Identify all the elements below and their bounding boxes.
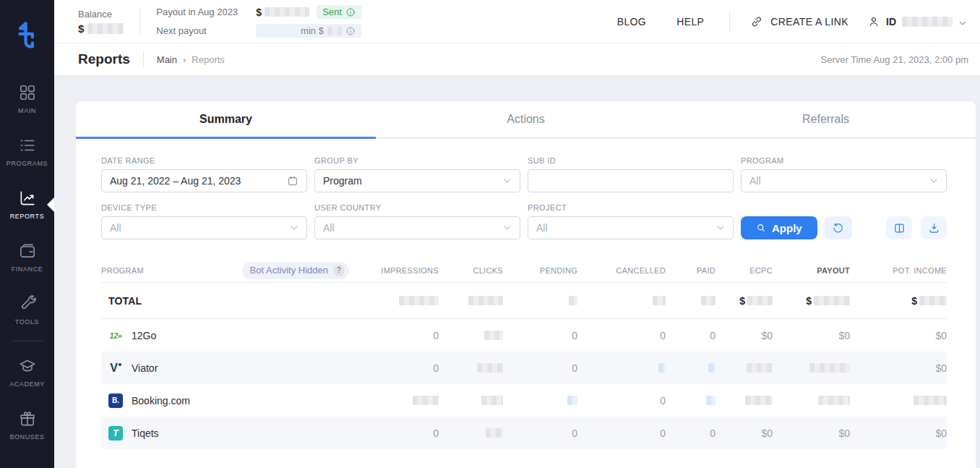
- link-icon: [750, 15, 763, 28]
- sent-info-icon[interactable]: [345, 7, 356, 17]
- cell-pot-income: $0: [850, 330, 947, 341]
- redacted-value: [747, 296, 773, 305]
- group-by-value: Program: [323, 175, 362, 187]
- create-a-link-label: CREATE A LINK: [770, 16, 848, 27]
- program-name: 12Go: [132, 330, 156, 341]
- filters: DATE RANGE Aug 21, 2022 – Aug 21, 2023 G…: [76, 139, 976, 239]
- finance-wallet-icon: [18, 242, 37, 260]
- program-name: Tiqets: [132, 427, 159, 439]
- next-payout-info-icon[interactable]: [345, 26, 356, 36]
- project-select[interactable]: All: [528, 216, 734, 239]
- download-report-button[interactable]: [921, 216, 947, 239]
- download-icon: [928, 222, 940, 234]
- user-country-select[interactable]: All: [314, 216, 520, 239]
- cell-pending: 0: [503, 427, 577, 439]
- sidebar-item-label: REPORTS: [10, 213, 45, 220]
- cell-impressions: 0: [359, 330, 439, 341]
- date-range-input[interactable]: Aug 21, 2022 – Aug 21, 2023: [101, 169, 307, 192]
- cell-pending: [503, 396, 577, 405]
- reset-filters-button[interactable]: [825, 216, 852, 239]
- cell-pot-income: $: [850, 295, 947, 307]
- cell-impressions: 0: [359, 362, 439, 374]
- column-header-label: IMPRESSIONS: [381, 266, 439, 275]
- column-header-label: POT. INCOME: [893, 266, 947, 275]
- sidebar-item-reports[interactable]: REPORTS: [0, 178, 54, 231]
- currency-prefix: $: [739, 295, 745, 307]
- cell-cancelled: [577, 296, 666, 305]
- user-country-label: USER COUNTRY: [314, 203, 520, 212]
- sidebar-item-bonuses[interactable]: BONUSES: [0, 399, 54, 451]
- topbar: Balance $ Payout in Aug 2023 $ Sent: [54, 0, 980, 43]
- page-title: Reports: [78, 51, 130, 67]
- redacted-value: [484, 331, 503, 340]
- filter-sub-id: SUB ID: [528, 156, 734, 192]
- project-value: All: [536, 222, 548, 234]
- program-label: PROGRAM: [741, 156, 947, 165]
- sidebar-item-finance[interactable]: FINANCE: [0, 231, 54, 284]
- sidebar-item-academy[interactable]: ACADEMY: [0, 346, 54, 399]
- column-header-label: PAYOUT: [817, 266, 850, 275]
- redacted-value: [569, 296, 577, 305]
- program-name: Viator: [132, 362, 158, 374]
- filter-actions: Apply: [741, 216, 947, 239]
- group-by-select[interactable]: Program: [314, 169, 520, 192]
- payout-label: Payout in Aug 2023: [156, 7, 256, 17]
- redacted-value: [914, 396, 947, 405]
- account-menu[interactable]: ID: [867, 15, 967, 28]
- payout-block: Payout in Aug 2023 $ Sent Next payout: [156, 5, 361, 38]
- sidebar-item-main[interactable]: MAIN: [0, 72, 54, 125]
- cell-value: 0: [433, 427, 439, 439]
- bot-activity-hidden-pill[interactable]: Bot Activity Hidden?: [242, 262, 349, 279]
- cell-value: 0: [433, 362, 439, 374]
- person-icon: [867, 15, 880, 28]
- device-type-label: DEVICE TYPE: [101, 203, 307, 212]
- cell-ecpc: $0: [715, 330, 773, 341]
- program-value: All: [749, 175, 761, 187]
- sidebar-item-programs[interactable]: PROGRAMS: [0, 125, 54, 178]
- account-id-redacted: [902, 17, 953, 27]
- sidebar-item-tools[interactable]: TOOLS: [0, 284, 54, 336]
- help-icon[interactable]: ?: [333, 265, 345, 276]
- columns-icon: [893, 222, 906, 234]
- column-header-ecpc: ECPC: [715, 266, 773, 275]
- column-header-payout: PAYOUT: [773, 266, 850, 275]
- active-item-indicator: [47, 197, 54, 212]
- cell-impressions: 0: [359, 427, 439, 439]
- user-country-value: All: [323, 222, 335, 234]
- column-header-clicks: CLICKS: [439, 266, 503, 275]
- column-header-label: PENDING: [540, 266, 577, 275]
- column-header-label: ECPC: [749, 266, 773, 275]
- min-redacted-value: [327, 27, 342, 35]
- redacted-value: [814, 296, 850, 305]
- travelpayouts-logo[interactable]: [0, 0, 54, 72]
- table-row-12go: 12»12Go0000$0$0$0: [101, 319, 947, 352]
- reports-page: MAINPROGRAMSREPORTSFINANCETOOLSACADEMYBO…: [0, 0, 980, 468]
- sidebar-item-label: ACADEMY: [9, 380, 45, 388]
- apply-button[interactable]: Apply: [741, 216, 817, 239]
- device-type-select[interactable]: All: [101, 216, 307, 239]
- breadcrumb-main[interactable]: Main: [157, 54, 177, 65]
- blog-link[interactable]: BLOG: [617, 16, 647, 27]
- help-link[interactable]: HELP: [676, 16, 704, 27]
- columns-settings-button[interactable]: [886, 216, 912, 239]
- cell-program: TTiqets: [101, 426, 359, 441]
- cell-impressions: [359, 396, 439, 405]
- min-label: min $: [301, 25, 324, 36]
- tab-summary[interactable]: Summary: [76, 101, 376, 139]
- cell-payout: $: [773, 295, 850, 307]
- cell-value: 0: [572, 362, 577, 374]
- breadcrumb-current: Reports: [192, 54, 225, 65]
- redacted-value: [809, 363, 850, 373]
- tab-referrals[interactable]: Referrals: [676, 101, 976, 139]
- project-label: PROJECT: [528, 203, 734, 212]
- program-select[interactable]: All: [741, 169, 947, 192]
- create-a-link-button[interactable]: CREATE A LINK: [750, 15, 848, 28]
- calendar-icon[interactable]: [287, 175, 298, 187]
- tab-actions[interactable]: Actions: [376, 101, 676, 139]
- cell-value: $0: [761, 330, 773, 341]
- sub-id-input[interactable]: [528, 169, 734, 192]
- column-header-label: CANCELLED: [616, 266, 666, 275]
- filter-user-country: USER COUNTRY All: [314, 203, 520, 239]
- cell-value: $0: [838, 427, 850, 439]
- sidebar-item-label: TOOLS: [15, 318, 39, 326]
